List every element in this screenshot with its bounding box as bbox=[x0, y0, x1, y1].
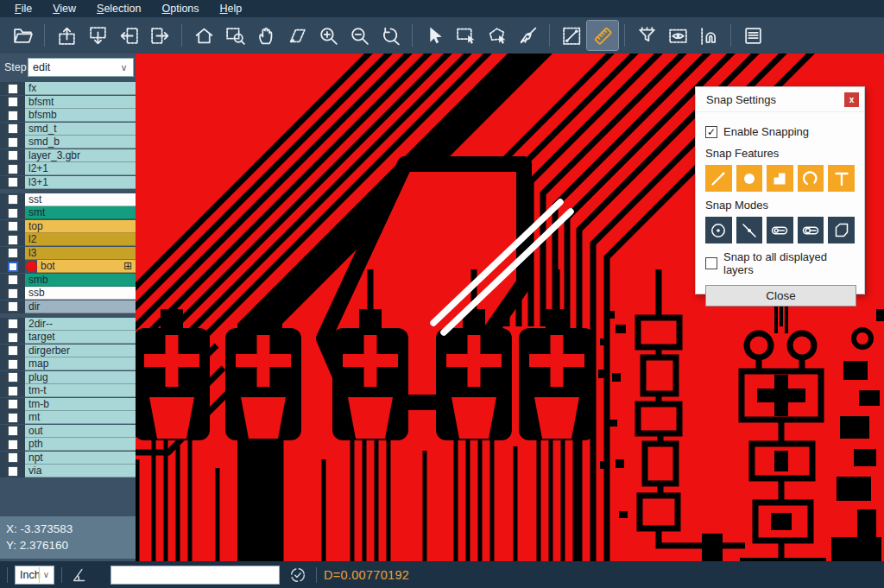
dialog-titlebar[interactable]: Snap Settings x bbox=[696, 87, 864, 112]
layer-visibility-checkbox[interactable] bbox=[8, 372, 18, 383]
menu-file[interactable]: File bbox=[5, 2, 41, 16]
select-poly-icon[interactable] bbox=[481, 21, 512, 50]
layer-visibility-checkbox[interactable] bbox=[8, 177, 18, 187]
layer-name-bar[interactable]: l2+1 bbox=[25, 162, 136, 175]
all-layers-checkbox[interactable] bbox=[705, 257, 717, 269]
snap-mode-contour-button[interactable] bbox=[828, 217, 855, 243]
close-button[interactable]: Close bbox=[705, 285, 856, 307]
layer-name-bar[interactable]: bot⊞ bbox=[37, 260, 136, 273]
view-box-icon[interactable] bbox=[662, 21, 693, 50]
step-select[interactable]: edit ∨ bbox=[28, 58, 134, 77]
menu-options[interactable]: Options bbox=[152, 2, 208, 16]
measure-line-icon[interactable] bbox=[556, 21, 587, 50]
layer-visibility-checkbox[interactable] bbox=[8, 466, 18, 477]
zoom-in-icon[interactable] bbox=[313, 21, 344, 50]
layer-visibility-checkbox[interactable] bbox=[8, 426, 18, 436]
menu-help[interactable]: Help bbox=[211, 2, 252, 16]
zoom-dynamic-icon[interactable] bbox=[281, 21, 313, 50]
layer-name-bar[interactable]: dirgerber bbox=[25, 345, 136, 357]
enable-snapping-checkbox[interactable]: ✓ bbox=[705, 126, 717, 138]
shift-right-icon[interactable] bbox=[144, 21, 175, 50]
layer-visibility-checkbox[interactable] bbox=[8, 439, 18, 450]
report-form-icon[interactable] bbox=[737, 21, 768, 50]
shift-up-icon[interactable] bbox=[51, 21, 82, 50]
layer-name-bar[interactable]: tm-b bbox=[25, 398, 136, 411]
layer-visibility-checkbox[interactable] bbox=[8, 137, 18, 148]
layer-name-bar[interactable]: l3+1 bbox=[25, 176, 136, 189]
zoom-out-icon[interactable] bbox=[344, 21, 375, 50]
layer-name-bar[interactable]: smb bbox=[25, 274, 136, 287]
layer-visibility-checkbox[interactable] bbox=[8, 84, 18, 94]
layer-visibility-checkbox[interactable] bbox=[8, 123, 18, 134]
layer-name-bar[interactable]: pth bbox=[25, 438, 136, 451]
measure-input[interactable] bbox=[110, 566, 280, 585]
layer-visibility-checkbox[interactable] bbox=[8, 413, 18, 423]
select-rect-icon[interactable] bbox=[450, 21, 481, 50]
layer-name-bar[interactable]: plug bbox=[25, 371, 136, 384]
layer-name-bar[interactable]: mt bbox=[25, 411, 136, 424]
snap-feature-pad-button[interactable] bbox=[736, 165, 763, 192]
snap-feature-surface-button[interactable] bbox=[767, 165, 793, 192]
pan-hand-icon[interactable] bbox=[250, 21, 281, 50]
select-cursor-icon[interactable] bbox=[419, 21, 450, 50]
layer-visibility-checkbox[interactable] bbox=[8, 235, 18, 245]
snap-mode-midpoint-button[interactable] bbox=[736, 217, 763, 243]
layer-visibility-checkbox[interactable] bbox=[8, 345, 18, 356]
shift-left-icon[interactable] bbox=[113, 21, 144, 50]
snap-mode-slot-b-button[interactable] bbox=[798, 217, 824, 243]
filter-icon[interactable] bbox=[631, 21, 662, 50]
layer-visibility-checkbox[interactable] bbox=[8, 150, 18, 161]
shift-down-icon[interactable] bbox=[82, 21, 113, 50]
home-view-icon[interactable] bbox=[188, 21, 219, 50]
layer-visibility-checkbox[interactable] bbox=[8, 332, 18, 343]
snap-mode-slot-a-button[interactable] bbox=[767, 217, 793, 243]
snap-mode-center-button[interactable] bbox=[705, 217, 732, 243]
open-folder-icon[interactable] bbox=[7, 21, 38, 50]
layer-visibility-checkbox[interactable] bbox=[8, 359, 18, 370]
layer-name-bar[interactable]: smt bbox=[25, 206, 136, 219]
zoom-window-icon[interactable] bbox=[219, 21, 250, 50]
layer-name-bar[interactable]: via bbox=[25, 465, 136, 477]
layer-name-bar[interactable]: tm-t bbox=[25, 384, 136, 397]
all-layers-row[interactable]: Snap to all displayed layers bbox=[705, 250, 855, 276]
layer-visibility-checkbox[interactable] bbox=[8, 452, 18, 463]
layer-visibility-checkbox[interactable] bbox=[8, 288, 18, 299]
layer-visibility-checkbox[interactable] bbox=[8, 248, 18, 258]
layer-visibility-checkbox[interactable] bbox=[8, 208, 18, 218]
layer-name-bar[interactable]: sst bbox=[25, 193, 136, 206]
layer-name-bar[interactable]: top bbox=[25, 220, 136, 233]
layer-visibility-checkbox[interactable] bbox=[8, 262, 18, 272]
clear-brush-icon[interactable] bbox=[512, 21, 543, 50]
layer-visibility-checkbox[interactable] bbox=[8, 275, 18, 285]
layer-name-bar[interactable]: l3 bbox=[25, 247, 136, 260]
layer-name-bar[interactable]: ssb bbox=[25, 287, 136, 300]
snap-magnet-icon[interactable] bbox=[693, 21, 724, 50]
layer-visibility-checkbox[interactable] bbox=[8, 221, 18, 231]
snap-feature-line-button[interactable] bbox=[705, 165, 732, 192]
angle-measure-icon[interactable] bbox=[69, 565, 92, 585]
layer-name-bar[interactable]: fx bbox=[25, 82, 136, 95]
layer-visibility-checkbox[interactable] bbox=[8, 319, 18, 329]
layer-name-bar[interactable]: bfsmt bbox=[25, 96, 136, 109]
layer-name-bar[interactable]: target bbox=[25, 331, 136, 344]
enable-snapping-row[interactable]: ✓ Enable Snapping bbox=[705, 125, 855, 138]
layer-name-bar[interactable]: map bbox=[25, 357, 136, 370]
snap-feature-text-button[interactable] bbox=[828, 165, 855, 192]
menu-selection[interactable]: Selection bbox=[87, 2, 150, 16]
layer-name-bar[interactable]: smd_t bbox=[25, 123, 136, 136]
layer-name-bar[interactable]: out bbox=[25, 425, 136, 438]
layer-name-bar[interactable]: 2dir-- bbox=[25, 318, 136, 331]
zoom-previous-icon[interactable] bbox=[375, 21, 406, 50]
layer-name-bar[interactable]: layer_3.gbr bbox=[25, 149, 136, 162]
layer-name-bar[interactable]: npt bbox=[25, 452, 136, 465]
layer-visibility-checkbox[interactable] bbox=[8, 97, 18, 107]
unit-select[interactable]: Inch ∨ bbox=[15, 566, 54, 585]
layer-visibility-checkbox[interactable] bbox=[8, 164, 18, 174]
menu-view[interactable]: View bbox=[43, 2, 85, 16]
dialog-close-icon[interactable]: x bbox=[844, 92, 859, 107]
layer-name-bar[interactable]: bfsmb bbox=[25, 109, 136, 122]
layer-visibility-checkbox[interactable] bbox=[8, 194, 18, 205]
layer-visibility-checkbox[interactable] bbox=[8, 301, 18, 312]
layer-visibility-checkbox[interactable] bbox=[8, 386, 18, 396]
layer-name-bar[interactable]: dir bbox=[25, 300, 136, 313]
